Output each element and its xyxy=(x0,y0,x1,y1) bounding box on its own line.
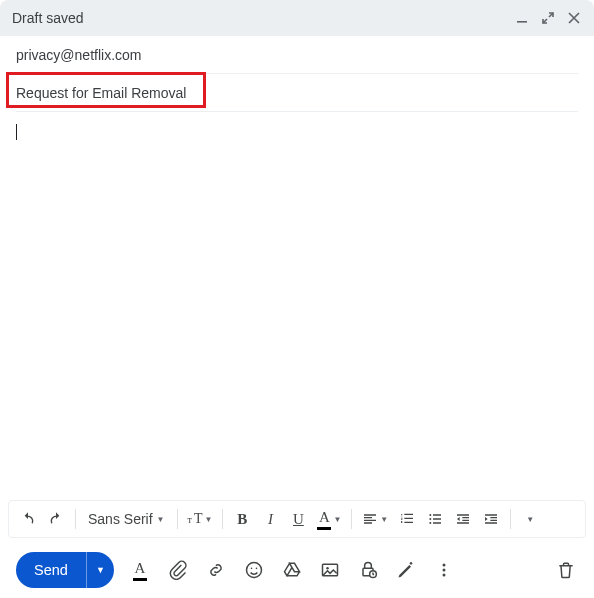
close-icon[interactable] xyxy=(566,10,582,26)
insert-photo-button[interactable] xyxy=(318,558,342,582)
align-button[interactable]: ▼ xyxy=(358,505,392,533)
insert-link-button[interactable] xyxy=(204,558,228,582)
numbered-list-icon xyxy=(399,511,415,527)
text-cursor xyxy=(16,124,17,140)
redo-button[interactable] xyxy=(43,505,69,533)
separator xyxy=(510,509,511,529)
text-color-icon: A xyxy=(317,509,331,530)
bulleted-list-icon xyxy=(427,511,443,527)
underline-icon: U xyxy=(293,511,304,528)
font-family-picker[interactable]: Sans Serif ▼ xyxy=(82,505,171,533)
indent-more-icon xyxy=(483,511,499,527)
lock-clock-icon xyxy=(358,560,378,580)
to-field[interactable]: privacy@netflix.com xyxy=(16,36,578,74)
format-toolbar: Sans Serif ▼ т T ▼ B I U A ▼ ▼ ▼ xyxy=(8,500,586,538)
format-a-icon: A xyxy=(134,560,145,577)
more-vertical-icon xyxy=(434,560,454,580)
underline-button[interactable]: U xyxy=(285,505,311,533)
minimize-icon[interactable] xyxy=(514,10,530,26)
to-value: privacy@netflix.com xyxy=(16,47,141,63)
bottom-left-actions: Send ▼ A xyxy=(16,552,456,588)
drive-icon xyxy=(282,560,302,580)
discard-draft-button[interactable] xyxy=(554,558,578,582)
align-left-icon xyxy=(362,511,378,527)
compose-title: Draft saved xyxy=(12,10,84,26)
bulleted-list-button[interactable] xyxy=(422,505,448,533)
compose-fields: privacy@netflix.com Request for Email Re… xyxy=(0,36,594,112)
svg-point-3 xyxy=(430,522,432,524)
font-size-button[interactable]: т T ▼ xyxy=(184,505,217,533)
size-small-icon: т xyxy=(188,514,192,525)
size-big-icon: T xyxy=(194,511,203,527)
chevron-down-icon: ▼ xyxy=(333,515,341,524)
bold-icon: B xyxy=(237,511,247,528)
compose-header: Draft saved xyxy=(0,0,594,36)
svg-point-5 xyxy=(251,568,253,570)
undo-button[interactable] xyxy=(15,505,41,533)
svg-point-4 xyxy=(246,563,261,578)
compose-bottom-bar: Send ▼ A xyxy=(0,542,594,598)
indent-less-button[interactable] xyxy=(450,505,476,533)
subject-value: Request for Email Removal xyxy=(16,85,186,101)
send-options-button[interactable]: ▼ xyxy=(86,552,114,588)
italic-icon: I xyxy=(268,511,273,528)
insert-signature-button[interactable] xyxy=(394,558,418,582)
insert-drive-button[interactable] xyxy=(280,558,304,582)
link-icon xyxy=(206,560,226,580)
more-formatting-button[interactable]: ▼ xyxy=(517,505,543,533)
chevron-down-icon: ▼ xyxy=(157,515,165,524)
confidential-mode-button[interactable] xyxy=(356,558,380,582)
emoji-icon xyxy=(244,560,264,580)
separator xyxy=(351,509,352,529)
svg-rect-0 xyxy=(517,21,527,23)
svg-point-8 xyxy=(326,567,329,570)
italic-button[interactable]: I xyxy=(257,505,283,533)
message-body[interactable] xyxy=(0,112,594,500)
svg-point-12 xyxy=(442,569,445,572)
insert-emoji-button[interactable] xyxy=(242,558,266,582)
indent-more-button[interactable] xyxy=(478,505,504,533)
trash-icon xyxy=(556,560,576,580)
expand-icon[interactable] xyxy=(540,10,556,26)
subject-field[interactable]: Request for Email Removal xyxy=(16,74,578,112)
svg-point-13 xyxy=(442,574,445,577)
pen-icon xyxy=(396,560,416,580)
attach-file-button[interactable] xyxy=(166,558,190,582)
more-options-button[interactable] xyxy=(432,558,456,582)
send-group: Send ▼ xyxy=(16,552,114,588)
indent-less-icon xyxy=(455,511,471,527)
svg-point-2 xyxy=(430,518,432,520)
numbered-list-button[interactable] xyxy=(394,505,420,533)
svg-point-1 xyxy=(430,514,432,516)
chevron-down-icon: ▼ xyxy=(380,515,388,524)
separator xyxy=(177,509,178,529)
send-button[interactable]: Send xyxy=(16,552,86,588)
text-color-button[interactable]: A ▼ xyxy=(313,505,345,533)
format-toggle-button[interactable]: A xyxy=(128,558,152,582)
chevron-down-icon: ▼ xyxy=(204,515,212,524)
header-controls xyxy=(514,10,582,26)
svg-point-11 xyxy=(442,564,445,567)
separator xyxy=(222,509,223,529)
bold-button[interactable]: B xyxy=(229,505,255,533)
separator xyxy=(75,509,76,529)
chevron-down-icon: ▼ xyxy=(526,515,534,524)
paperclip-icon xyxy=(168,560,188,580)
image-icon xyxy=(320,560,340,580)
font-family-label: Sans Serif xyxy=(88,511,153,527)
svg-point-6 xyxy=(256,568,258,570)
